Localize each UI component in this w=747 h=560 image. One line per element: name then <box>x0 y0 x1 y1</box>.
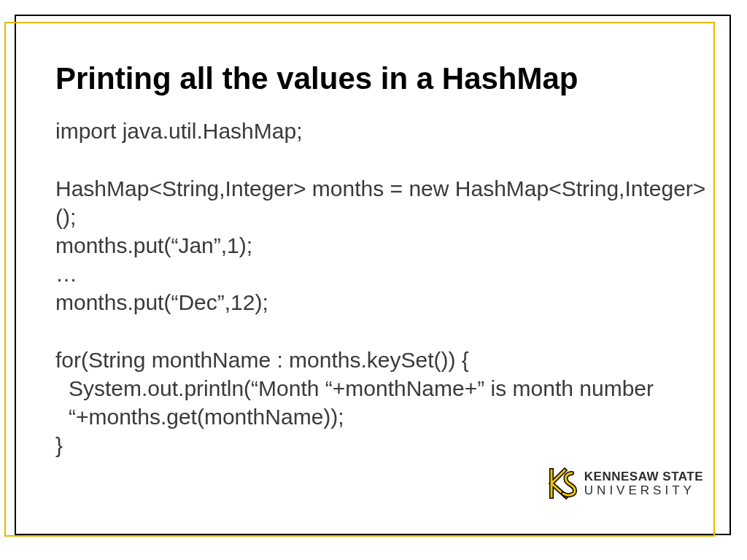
logo-line-2: UNIVERSITY <box>584 484 703 497</box>
slide-title: Printing all the values in a HashMap <box>55 61 712 96</box>
code-line-4: … <box>55 260 712 288</box>
code-line-3: months.put(“Jan”,1); <box>55 231 712 260</box>
code-line-5: months.put(“Dec”,12); <box>55 288 712 316</box>
code-line-6: for(String monthName : months.keySet()) … <box>55 346 712 374</box>
slide-content: Printing all the values in a HashMap imp… <box>55 61 712 459</box>
code-line-7: System.out.println(“Month “+monthName+” … <box>55 374 712 431</box>
code-line-2: HashMap<String,Integer> months = new Has… <box>55 174 712 231</box>
code-line-1: import java.util.HashMap; <box>55 117 712 145</box>
blank-line <box>55 145 712 174</box>
blank-line <box>55 316 712 346</box>
logo-text: KENNESAW STATE UNIVERSITY <box>584 470 703 497</box>
university-logo: KENNESAW STATE UNIVERSITY <box>545 467 703 500</box>
logo-line-1: KENNESAW STATE <box>584 470 703 483</box>
ks-logo-icon <box>545 467 578 500</box>
code-line-8: } <box>55 431 712 459</box>
slide-outer-frame: Printing all the values in a HashMap imp… <box>15 15 731 535</box>
